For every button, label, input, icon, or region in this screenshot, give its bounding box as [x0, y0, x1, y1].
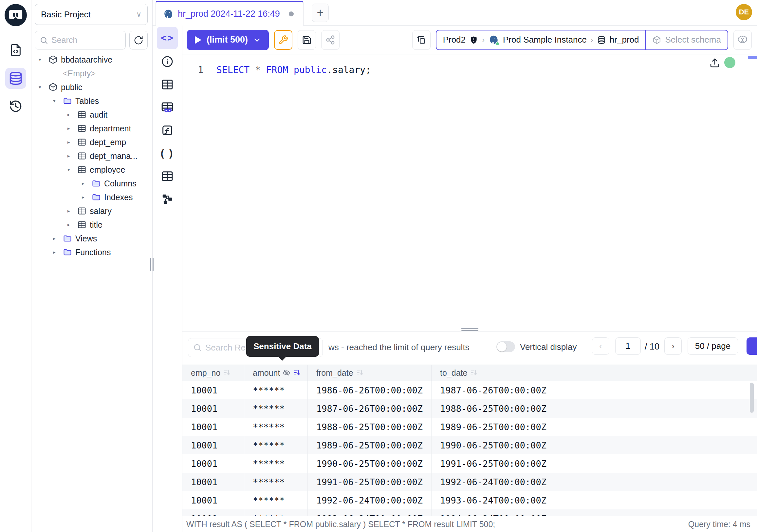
chevron-down-icon[interactable]: ▾ [68, 167, 77, 172]
table-panel-icon[interactable] [160, 77, 174, 92]
cell-emp_no[interactable]: 10001 [182, 399, 244, 418]
cell-emp_no[interactable]: 10001 [182, 418, 244, 436]
sort-icon[interactable] [223, 369, 231, 377]
next-page-button[interactable]: › [664, 337, 682, 355]
chevron-down-icon[interactable]: ▾ [39, 84, 48, 90]
export-button[interactable] [746, 337, 757, 355]
share-button[interactable] [321, 30, 340, 50]
refresh-button[interactable] [129, 31, 148, 49]
tree-item-dept-emp[interactable]: ▸dept_emp [31, 135, 152, 149]
chevron-right-icon[interactable]: ▸ [68, 139, 77, 145]
table-row[interactable]: 10001******1990-06-25T00:00:00Z1991-06-2… [182, 454, 757, 473]
editor-scrollbar-indicator[interactable] [748, 56, 757, 59]
cell-emp_no[interactable]: 10001 [182, 454, 244, 473]
cell-emp_no[interactable]: 10001 [182, 436, 244, 454]
cell-to_date[interactable]: 1992-06-24T00:00:00Z [432, 473, 553, 491]
cell-to_date[interactable]: 1989-06-25T00:00:00Z [432, 418, 553, 436]
table-row[interactable]: 10001******1992-06-24T00:00:00Z1993-06-2… [182, 491, 757, 509]
cell-to_date[interactable]: 1994-06-24T00:00:00Z [432, 509, 553, 516]
cell-from_date[interactable]: 1988-06-25T00:00:00Z [308, 418, 432, 436]
table-row[interactable]: 10001******1993-06-24T00:00:00Z1994-06-2… [182, 509, 757, 516]
tree-item-tables[interactable]: ▾Tables [31, 94, 152, 108]
code-panel-icon[interactable]: <> [157, 27, 178, 49]
tree-item-audit[interactable]: ▸audit [31, 108, 152, 121]
cell-from_date[interactable]: 1986-06-26T00:00:00Z [308, 381, 432, 399]
chevron-right-icon[interactable]: ▸ [68, 222, 77, 228]
table-list-panel-icon[interactable] [160, 169, 174, 183]
info-icon[interactable] [160, 54, 174, 69]
sort-icon[interactable] [470, 369, 478, 377]
tree-item-dept-mana-[interactable]: ▸dept_mana... [31, 149, 152, 163]
sort-icon[interactable] [356, 369, 364, 377]
ai-assistant-button[interactable] [733, 30, 752, 50]
cell-amount[interactable]: ****** [244, 418, 308, 436]
cell-to_date[interactable]: 1988-06-25T00:00:00Z [432, 399, 553, 418]
sidebar-search-input[interactable] [51, 35, 121, 45]
cell-from_date[interactable]: 1989-06-25T00:00:00Z [308, 436, 432, 454]
table-scrollbar[interactable] [750, 383, 754, 413]
chevron-right-icon[interactable]: ▸ [53, 235, 63, 241]
results-resize-handle[interactable] [461, 328, 478, 331]
cell-emp_no[interactable]: 10001 [182, 491, 244, 509]
cell-emp_no[interactable]: 10001 [182, 381, 244, 399]
column-header-to_date[interactable]: to_date [432, 365, 553, 381]
schema-diagram-panel-icon[interactable] [160, 192, 174, 206]
worksheet-tab[interactable]: hr_prod 2024-11-22 16:49 [156, 1, 304, 25]
vertical-display-toggle[interactable] [497, 341, 515, 352]
run-query-button[interactable]: (limit 500) [187, 30, 269, 50]
cell-from_date[interactable]: 1992-06-24T00:00:00Z [308, 491, 432, 509]
table-row[interactable]: 10001******1987-06-26T00:00:00Z1988-06-2… [182, 399, 757, 418]
tree-item-columns[interactable]: ▸Columns [31, 176, 152, 190]
chevron-right-icon[interactable]: ▸ [68, 125, 77, 131]
cell-amount[interactable]: ****** [244, 381, 308, 399]
cell-to_date[interactable]: 1990-06-25T00:00:00Z [432, 436, 553, 454]
tree-item-department[interactable]: ▸department [31, 121, 152, 135]
new-tab-button[interactable]: + [312, 4, 329, 22]
worksheet-icon[interactable] [5, 40, 26, 61]
tree-item-salary[interactable]: ▸salary [31, 204, 152, 218]
cell-amount[interactable]: ****** [244, 473, 308, 491]
chevron-right-icon[interactable]: ▸ [82, 194, 92, 200]
sidebar-search[interactable] [35, 31, 126, 49]
cell-from_date[interactable]: 1990-06-25T00:00:00Z [308, 454, 432, 473]
admin-wrench-button[interactable] [274, 30, 292, 50]
cell-to_date[interactable]: 1991-06-25T00:00:00Z [432, 454, 553, 473]
sql-editor[interactable]: 1 SELECT * FROM public.salary; [182, 54, 757, 331]
parameters-panel-icon[interactable]: ( ) [160, 146, 174, 161]
cell-from_date[interactable]: 1987-06-26T00:00:00Z [308, 399, 432, 418]
chevron-right-icon[interactable]: ▸ [53, 249, 63, 255]
project-selector[interactable]: Basic Project ∨ [35, 4, 148, 25]
cell-to_date[interactable]: 1993-06-24T00:00:00Z [432, 491, 553, 509]
save-button[interactable] [298, 30, 316, 50]
chevron-right-icon[interactable]: ▸ [68, 208, 77, 214]
cell-amount[interactable]: ****** [244, 491, 308, 509]
page-number-input[interactable]: 1 [615, 337, 641, 355]
cell-to_date[interactable]: 1987-06-26T00:00:00Z [432, 381, 553, 399]
cell-from_date[interactable]: 1993-06-24T00:00:00Z [308, 509, 432, 516]
prev-page-button[interactable]: ‹ [592, 337, 609, 355]
sensitive-data-panel-icon[interactable] [160, 100, 174, 115]
sidebar-resize-handle[interactable] [150, 258, 154, 271]
table-row[interactable]: 10001******1988-06-25T00:00:00Z1989-06-2… [182, 418, 757, 436]
chevron-right-icon[interactable]: ▸ [68, 112, 77, 118]
page-size-select[interactable]: 50 / page [687, 337, 738, 355]
tree-item-views[interactable]: ▸Views [31, 232, 152, 245]
tree-item-functions[interactable]: ▸Functions [31, 245, 152, 259]
column-header-amount[interactable]: amount [244, 365, 308, 381]
cell-amount[interactable]: ****** [244, 509, 308, 516]
column-header-from_date[interactable]: from_date [308, 365, 432, 381]
tree-item-public[interactable]: ▾public [31, 80, 152, 94]
column-header-emp_no[interactable]: emp_no [182, 365, 244, 381]
cell-amount[interactable]: ****** [244, 399, 308, 418]
chevron-down-icon[interactable]: ▾ [53, 98, 63, 104]
tree-item-employee[interactable]: ▾employee [31, 163, 152, 176]
sort-icon[interactable] [293, 369, 301, 377]
select-schema-button[interactable]: Select schema [646, 30, 728, 49]
connection-database-segment[interactable]: Prod2 › Prod Sample Instance [437, 30, 646, 49]
cell-amount[interactable]: ****** [244, 436, 308, 454]
table-row[interactable]: 10001******1991-06-25T00:00:00Z1992-06-2… [182, 473, 757, 491]
chevron-right-icon[interactable]: ▸ [68, 153, 77, 159]
tree-item-indexes[interactable]: ▸Indexes [31, 190, 152, 204]
cell-amount[interactable]: ****** [244, 454, 308, 473]
table-row[interactable]: 10001******1989-06-25T00:00:00Z1990-06-2… [182, 436, 757, 454]
